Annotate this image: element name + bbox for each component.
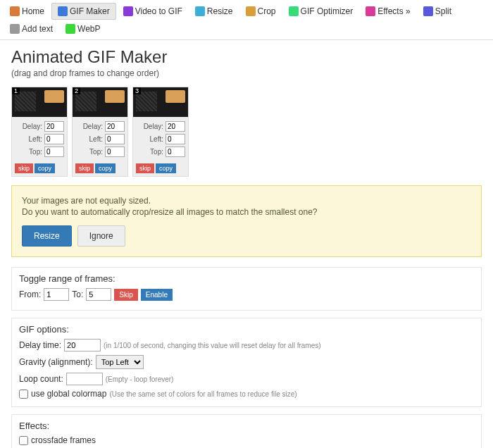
frame-top-label: Top: bbox=[89, 148, 103, 156]
page-title: Animated GIF Maker bbox=[11, 47, 482, 67]
home-icon bbox=[10, 6, 20, 16]
nav-crop[interactable]: Crop bbox=[240, 3, 282, 20]
nav-label: GIF Optimizer bbox=[301, 6, 354, 16]
nav-label: Effects » bbox=[377, 6, 410, 16]
text-icon bbox=[10, 24, 20, 34]
frame-3[interactable]: 3Delay:Left:Top:skipcopy bbox=[132, 87, 189, 177]
nav-label: Crop bbox=[258, 6, 276, 16]
nav-label: Add text bbox=[22, 24, 53, 34]
options-title: GIF options: bbox=[19, 324, 474, 335]
frame-thumbnail bbox=[12, 87, 67, 117]
loop-input[interactable] bbox=[66, 373, 103, 385]
frame-number: 3 bbox=[133, 87, 141, 94]
frame-delay-label: Delay: bbox=[23, 123, 42, 130]
colormap-checkbox[interactable] bbox=[19, 390, 28, 399]
frame-top-label: Top: bbox=[150, 148, 163, 156]
frame-fields: Delay:Left:Top: bbox=[133, 117, 188, 163]
nav-optimize[interactable]: GIF Optimizer bbox=[283, 3, 359, 20]
frame-left-label: Left: bbox=[29, 135, 42, 143]
nav-label: GIF Maker bbox=[70, 6, 110, 16]
effects-section: Effects: crossfade frames don't stack fr… bbox=[11, 414, 482, 448]
frame-left-input[interactable] bbox=[44, 134, 64, 144]
nav-webp[interactable]: WebP bbox=[60, 21, 106, 37]
frame-fields: Delay:Left:Top: bbox=[73, 117, 127, 163]
nav-split[interactable]: Split bbox=[418, 3, 457, 20]
gravity-select[interactable]: Top Left bbox=[96, 355, 144, 369]
frame-thumbnail bbox=[73, 87, 127, 117]
nav-home[interactable]: Home bbox=[4, 3, 50, 20]
nav-label: Video to GIF bbox=[135, 6, 182, 16]
colormap-hint: (Use the same set of colors for all fram… bbox=[109, 390, 297, 398]
nav-video[interactable]: Video to GIF bbox=[118, 3, 188, 20]
frame-top-input[interactable] bbox=[105, 147, 125, 157]
frame-left-label: Left: bbox=[150, 135, 163, 143]
content: Animated GIF Maker (drag and drop frames… bbox=[0, 40, 493, 448]
frame-2[interactable]: 2Delay:Left:Top:skipcopy bbox=[72, 87, 128, 177]
frame-thumbnail bbox=[133, 87, 188, 117]
frame-left-input[interactable] bbox=[105, 134, 125, 144]
crop-icon bbox=[246, 6, 256, 16]
size-warning: Your images are not equally sized. Do yo… bbox=[11, 185, 482, 257]
video-icon bbox=[123, 6, 133, 16]
toggle-title: Toggle range of frames: bbox=[19, 273, 474, 284]
options-section: GIF options: Delay time: (in 1/100 of se… bbox=[11, 318, 482, 407]
crossfade-label: crossfade frames bbox=[31, 435, 96, 445]
toggle-section: Toggle range of frames: From: To: Skip E… bbox=[11, 267, 482, 311]
loop-hint: (Empty - loop forever) bbox=[106, 375, 174, 383]
from-input[interactable] bbox=[44, 288, 69, 301]
nav-gif[interactable]: GIF Maker bbox=[51, 3, 116, 20]
frame-delay-input[interactable] bbox=[166, 121, 185, 132]
frame-delay-label: Delay: bbox=[144, 123, 163, 130]
delay-hint: (in 1/100 of second, changing this value… bbox=[104, 342, 321, 349]
gravity-label: Gravity (alignment): bbox=[19, 357, 93, 367]
frame-skip-button[interactable]: skip bbox=[136, 163, 154, 173]
nav-label: Home bbox=[22, 6, 44, 16]
frame-number: 1 bbox=[12, 87, 20, 94]
to-label: To: bbox=[72, 290, 83, 299]
ignore-button[interactable]: Ignore bbox=[77, 225, 125, 247]
toggle-enable-button[interactable]: Enable bbox=[141, 289, 173, 301]
nav-label: Resize bbox=[207, 6, 233, 16]
nav-resize[interactable]: Resize bbox=[189, 3, 239, 20]
resize-button[interactable]: Resize bbox=[22, 225, 72, 247]
warning-line1: Your images are not equally sized. bbox=[22, 196, 471, 206]
delay-label: Delay time: bbox=[19, 340, 61, 350]
frame-skip-button[interactable]: skip bbox=[15, 163, 33, 173]
frame-top-input[interactable] bbox=[44, 147, 64, 157]
nav-label: Split bbox=[435, 6, 451, 16]
frame-delay-input[interactable] bbox=[44, 121, 64, 132]
frame-delay-label: Delay: bbox=[83, 123, 103, 130]
frame-top-input[interactable] bbox=[166, 147, 185, 157]
optimize-icon bbox=[289, 6, 299, 16]
nav-label: WebP bbox=[77, 24, 100, 34]
nav-text[interactable]: Add text bbox=[4, 21, 58, 37]
frame-1[interactable]: 1Delay:Left:Top:skipcopy bbox=[11, 87, 68, 177]
frame-copy-button[interactable]: copy bbox=[95, 163, 116, 173]
split-icon bbox=[423, 6, 433, 16]
top-nav: HomeGIF MakerVideo to GIFResizeCropGIF O… bbox=[0, 0, 493, 40]
webp-icon bbox=[65, 24, 75, 34]
subtitle: (drag and drop frames to change order) bbox=[11, 68, 482, 78]
nav-effects[interactable]: Effects » bbox=[360, 3, 416, 20]
frame-copy-button[interactable]: copy bbox=[156, 163, 176, 173]
frame-number: 2 bbox=[73, 87, 80, 94]
toggle-skip-button[interactable]: Skip bbox=[114, 289, 137, 301]
to-input[interactable] bbox=[86, 288, 111, 301]
frame-left-input[interactable] bbox=[166, 134, 185, 144]
crossfade-checkbox[interactable] bbox=[19, 436, 28, 445]
frame-copy-button[interactable]: copy bbox=[35, 163, 55, 173]
from-label: From: bbox=[19, 290, 41, 299]
frame-delay-input[interactable] bbox=[105, 121, 125, 132]
loop-label: Loop count: bbox=[19, 374, 63, 384]
frame-skip-button[interactable]: skip bbox=[75, 163, 94, 173]
colormap-label: use global colormap bbox=[31, 389, 106, 399]
delay-input[interactable] bbox=[64, 339, 101, 351]
frame-fields: Delay:Left:Top: bbox=[12, 117, 67, 163]
effects-title: Effects: bbox=[19, 421, 474, 431]
frame-left-label: Left: bbox=[89, 135, 103, 143]
frames-row: 1Delay:Left:Top:skipcopy2Delay:Left:Top:… bbox=[11, 87, 482, 177]
gif-icon bbox=[58, 6, 68, 16]
frame-top-label: Top: bbox=[29, 148, 42, 156]
effects-icon bbox=[366, 6, 375, 16]
warning-line2: Do you want to automatically crop/resize… bbox=[22, 207, 471, 217]
